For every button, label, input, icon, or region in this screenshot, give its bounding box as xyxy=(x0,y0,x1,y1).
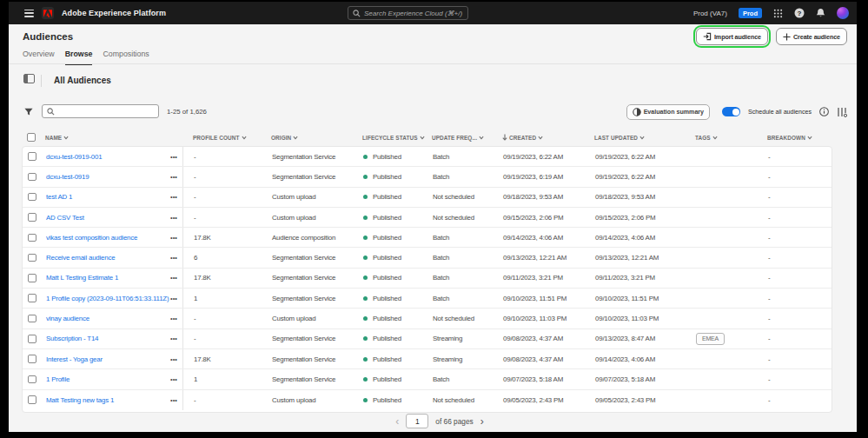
hamburger-menu-icon[interactable] xyxy=(24,10,34,17)
table-row[interactable]: Receive email audience ••• 6 Segmentatio… xyxy=(23,248,832,268)
schedule-all-toggle[interactable] xyxy=(722,107,740,116)
row-checkbox[interactable] xyxy=(23,395,45,404)
table-row[interactable]: 1 Profile ••• 1 Segmentation Service Pub… xyxy=(23,369,832,389)
column-header-last-updated[interactable]: LAST UPDATED xyxy=(584,135,685,141)
row-checkbox[interactable] xyxy=(23,254,45,262)
row-checkbox[interactable] xyxy=(23,234,45,242)
row-checkbox[interactable] xyxy=(23,193,45,202)
table-row[interactable]: Interest - Yoga gear ••• 17.8K Segmentat… xyxy=(23,349,832,369)
last-updated-cell: 09/10/2023, 11:03 PM xyxy=(585,315,686,322)
row-actions-button[interactable]: ••• xyxy=(170,269,183,288)
audience-name-link[interactable]: 1 Profile copy (2023-09-11T06:51:33.111Z… xyxy=(46,295,169,302)
create-audience-button[interactable]: Create audience xyxy=(776,28,847,45)
column-header-breakdown[interactable]: BREAKDOWN xyxy=(757,135,832,141)
audience-name-link[interactable]: Interest - Yoga gear xyxy=(46,355,103,363)
row-checkbox[interactable] xyxy=(23,335,45,343)
row-checkbox[interactable] xyxy=(23,355,45,363)
table-row[interactable]: dcxu-test-0919-001 ••• - Segmentation Se… xyxy=(23,147,832,167)
column-header-tags[interactable]: TAGS xyxy=(685,135,757,141)
row-actions-button[interactable]: ••• xyxy=(170,208,183,227)
row-actions-button[interactable]: ••• xyxy=(170,369,183,388)
toggle-rail-icon[interactable] xyxy=(23,74,35,83)
table-row[interactable]: 1 Profile copy (2023-09-11T06:51:33.111Z… xyxy=(23,289,832,309)
column-header-update-freq[interactable]: UPDATE FREQ... xyxy=(421,135,492,141)
audience-name-link[interactable]: Matt L Testing Estimate 1 xyxy=(46,274,118,282)
table-row[interactable]: Matt Testing new tags 1 ••• - Custom upl… xyxy=(23,390,832,410)
audience-name-link[interactable]: Receive email audience xyxy=(46,254,115,262)
org-label[interactable]: Prod (VA7) xyxy=(693,10,727,17)
import-audience-button[interactable]: Import audience xyxy=(696,28,768,45)
last-updated-cell: 09/15/2023, 2:06 PM xyxy=(585,214,686,222)
row-actions-button[interactable]: ••• xyxy=(170,167,183,186)
row-actions-button[interactable]: ••• xyxy=(170,228,183,247)
audience-name-link[interactable]: vinay audience xyxy=(46,315,89,322)
audience-name-link[interactable]: dcxu-test-0919-001 xyxy=(46,153,102,161)
previous-page-button[interactable]: ‹ xyxy=(395,416,399,427)
environment-badge[interactable]: Prod xyxy=(739,8,762,18)
column-header-created[interactable]: CREATED xyxy=(492,134,584,141)
audience-name-link[interactable]: test AD 1 xyxy=(46,193,72,201)
filter-icon[interactable] xyxy=(24,108,33,116)
breakdown-cell: - xyxy=(758,315,832,322)
update-frequency-cell: Streaming xyxy=(422,335,493,342)
column-header-profile-count[interactable]: PROFILE COUNT xyxy=(182,135,261,141)
column-header-origin[interactable]: ORIGIN xyxy=(261,135,352,141)
breakdown-cell: - xyxy=(758,254,832,262)
row-actions-button[interactable]: ••• xyxy=(170,248,183,267)
audience-name-link[interactable]: AD CSV Test xyxy=(46,214,84,222)
row-checkbox[interactable] xyxy=(23,213,45,222)
status-dot xyxy=(363,155,368,159)
app-switcher-icon[interactable] xyxy=(773,9,783,18)
row-actions-button[interactable]: ••• xyxy=(170,390,183,410)
row-checkbox[interactable] xyxy=(23,294,45,302)
origin-cell: Segmentation Service xyxy=(262,254,353,262)
row-actions-button[interactable]: ••• xyxy=(170,329,183,348)
lifecycle-status-cell: Published xyxy=(353,254,422,262)
evaluation-summary-button[interactable]: Evaluation summary xyxy=(626,104,710,120)
table-row[interactable]: Subscription - T14 ••• - Segmentation Se… xyxy=(23,329,832,349)
user-avatar[interactable] xyxy=(837,7,849,19)
row-actions-button[interactable]: ••• xyxy=(170,289,183,308)
info-icon[interactable] xyxy=(819,107,829,116)
row-checkbox[interactable] xyxy=(23,315,45,323)
row-actions-button[interactable]: ••• xyxy=(170,309,183,328)
table-row[interactable]: test AD 1 ••• - Custom upload Published … xyxy=(23,188,832,208)
row-checkbox[interactable] xyxy=(23,173,45,182)
column-header-lifecycle-status[interactable]: LIFECYCLE STATUS xyxy=(352,135,421,141)
audience-name-link[interactable]: Subscription - T14 xyxy=(46,335,98,342)
status-dot xyxy=(363,216,368,220)
table-row[interactable]: AD CSV Test ••• - Custom upload Publishe… xyxy=(23,208,832,228)
evaluation-summary-icon xyxy=(633,108,641,116)
global-search-input[interactable]: Search Experience Cloud (⌘+/) xyxy=(348,6,468,20)
table-search-input[interactable] xyxy=(42,104,159,118)
notifications-bell-icon[interactable] xyxy=(816,8,825,18)
row-checkbox[interactable] xyxy=(23,152,45,161)
next-page-button[interactable]: › xyxy=(480,416,484,427)
help-icon[interactable]: ? xyxy=(794,8,805,18)
breakdown-cell: - xyxy=(758,295,832,302)
audience-name-link[interactable]: dcxu-test-0919 xyxy=(46,173,89,181)
last-updated-cell: 09/11/2023, 3:21 PM xyxy=(585,274,686,282)
table-row[interactable]: vikas test composition audience ••• 17.8… xyxy=(23,228,832,248)
page-number-input[interactable]: 1 xyxy=(406,414,428,428)
column-header-name[interactable]: NAME xyxy=(44,135,169,141)
created-cell: 09/08/2023, 4:37 AM xyxy=(493,335,585,342)
profile-count-cell: 1 xyxy=(183,295,262,302)
table-row[interactable]: dcxu-test-0919 ••• - Segmentation Servic… xyxy=(23,167,832,187)
search-icon xyxy=(47,108,55,116)
row-actions-button[interactable]: ••• xyxy=(170,188,183,207)
page-title: Audiences xyxy=(23,31,73,42)
column-settings-icon[interactable] xyxy=(837,107,847,117)
chevron-down-icon xyxy=(538,136,543,140)
audience-name-link[interactable]: 1 Profile xyxy=(46,375,70,383)
row-checkbox[interactable] xyxy=(23,375,45,384)
table-row[interactable]: vinay audience ••• - Custom upload Publi… xyxy=(23,309,832,328)
audience-name-link[interactable]: Matt Testing new tags 1 xyxy=(46,396,114,404)
breakdown-cell: - xyxy=(758,173,832,181)
row-actions-button[interactable]: ••• xyxy=(170,147,183,166)
table-row[interactable]: Matt L Testing Estimate 1 ••• 17.8K Segm… xyxy=(23,269,832,289)
audience-name-link[interactable]: vikas test composition audience xyxy=(46,234,137,242)
select-all-checkbox[interactable] xyxy=(22,133,44,142)
row-actions-button[interactable]: ••• xyxy=(170,349,183,368)
row-checkbox[interactable] xyxy=(23,274,45,282)
